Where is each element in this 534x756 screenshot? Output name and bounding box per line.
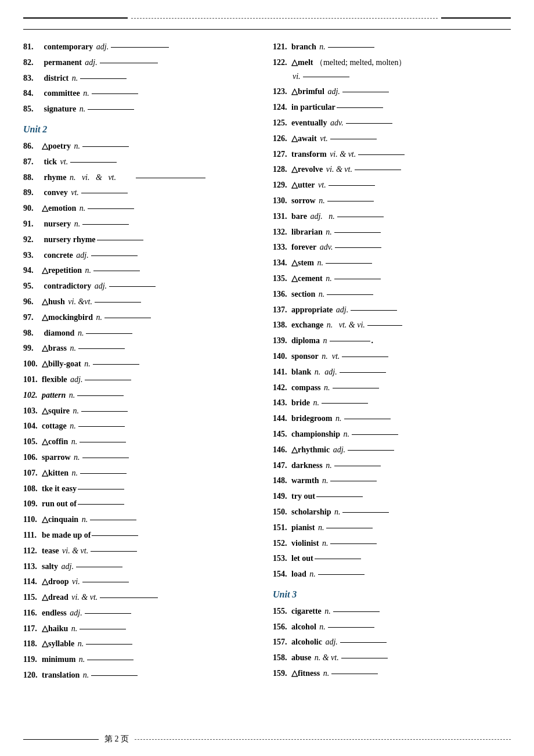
blank-line [330,139,377,139]
entry-pos: n [321,334,327,348]
page-footer: 第 2 页 [0,734,534,744]
entry-word: bare [291,210,307,224]
entry-word: try out [291,489,315,503]
entry-pos: adj. [326,85,340,99]
entry-pos: n. [94,311,102,325]
blank-line [330,341,370,341]
blank-line [80,442,126,442]
entry-word: cottage [42,419,67,433]
entry-num: 154. [273,567,291,581]
entry-134: 134. △stem n. [273,256,511,270]
entry-158: 158. abuse n. & vt. [273,651,511,665]
entry-104: 104. cottage n. [23,419,255,433]
blank-line [109,286,156,287]
blank-line [91,255,138,256]
entry-pos: n. [68,419,76,433]
entry-pos: adj. [94,40,109,54]
entry-147: 147. darkness n. [273,459,511,473]
blank-line [78,348,125,349]
blank-line [76,567,122,567]
entry-pos: n. [317,40,326,54]
entry-word: appropriate [291,303,333,317]
entry-138: 138. exchange n. vt. & vi. [273,318,511,332]
entry-word: run out of [42,497,77,511]
entry-word: mockingbird [48,311,93,325]
blank-line [80,78,127,79]
blank-line [348,450,394,451]
entry-num: 120. [23,668,42,682]
entry-99: 99. △brass n. [23,341,255,355]
triangle: △ [42,466,48,480]
entry-num: 129. [273,178,291,192]
entry-word: kitten [48,466,68,480]
blank-line [328,627,374,628]
entry-148: 148. warmth n. [273,474,511,488]
blank-line [100,63,158,63]
entry-132: 132. librarian n. [273,225,511,239]
blank-line [82,458,129,458]
blank-line [315,559,361,559]
left-column: 81. contemporary adj. 82. permanent adj.… [23,40,267,684]
unit3-heading: Unit 3 [273,589,511,600]
entry-num: 88. [23,171,42,185]
triangle: △ [42,295,48,309]
entry-127: 127. transform vi. & vt. [273,147,511,161]
triangle: △ [42,264,48,278]
entry-pos: n. [71,404,79,418]
entry-word: squire [48,404,70,418]
entry-pos: n. [67,388,75,402]
entry-num: 97. [23,311,42,325]
entry-word: alcohol [291,620,316,634]
entry-word: dread [48,591,68,604]
entry-pos: adv. [328,116,343,130]
entry-pos: n. [70,466,78,480]
entry-word: section [291,287,315,301]
blank-line [333,611,380,612]
entry-140: 140. sponsor n. vt. [273,350,511,363]
blank-line [95,302,141,303]
entry-149: 149. try out [273,489,511,503]
entry-pos: vi. [293,70,301,84]
triangle: △ [42,404,48,418]
entry-122: 122. △melt （melted; melted, molten） vi. [273,56,511,84]
entry-word: minimum [42,653,75,667]
entry-word: district [42,71,68,85]
blank-line [85,380,131,380]
top-border [23,17,511,19]
entry-num: 159. [273,667,291,681]
triangle: △ [291,667,298,681]
blank-line [81,411,128,412]
entry-num: 124. [273,100,291,114]
entry-159: 159. △fitness n. [273,667,511,681]
blank-line [85,613,131,614]
entry-num: 143. [273,396,291,410]
triangle: △ [291,85,298,99]
triangle: △ [291,178,298,192]
entry-word: darkness [291,459,323,473]
entry-word: tick [42,155,57,169]
entry-word: contradictory [42,279,91,293]
entry-word: tke it easy [42,482,77,496]
entry-word: endless [42,606,67,620]
entry-pos: adj. [68,606,82,620]
entry-115: 115. △dread vi. & vt. [23,591,255,604]
entry-word: revolve [298,163,323,177]
entry-num: 126. [273,132,291,146]
entry-word: concrete [42,249,73,262]
blank-line [341,658,388,658]
triangle: △ [42,201,48,215]
blank-line [92,93,138,94]
entry-pos: n. vi. & vt. [67,171,116,185]
entry-word: permanent [42,56,82,70]
entry-pos: n. [317,194,325,208]
entry-pos: adj. [68,373,83,387]
entry-pos: vt. [58,155,68,169]
blank-line [327,294,373,295]
entry-pos: n. [320,474,328,488]
entry-121: 121. branch n. [273,40,511,54]
entry-133: 133. forever adv. [273,240,511,254]
entry-num: 83. [23,71,42,85]
entry-num: 130. [273,194,291,208]
entry-word: forever [291,240,316,254]
entry-num: 116. [23,606,42,620]
